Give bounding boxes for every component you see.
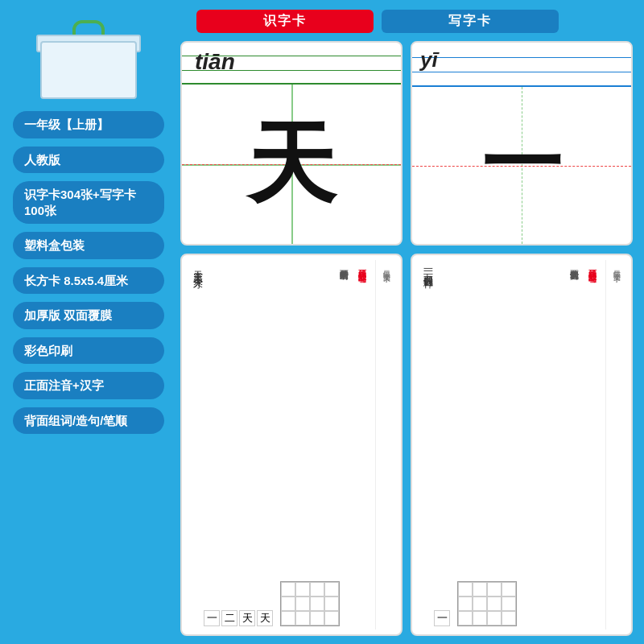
label-back: 背面组词/造句/笔顺 [13, 407, 164, 435]
label-shizi: 识字卡 [196, 10, 374, 33]
label-xiezi: 写字卡 [382, 10, 559, 33]
product-image [24, 14, 153, 103]
label-packaging: 塑料盒包装 [13, 232, 164, 259]
back-right-words: 一 一万 告诉我们 一样 [420, 263, 436, 575]
back-right-right-col: 二年级 语文 一字卡 [605, 260, 628, 630]
writing-card-top: yī 一 [412, 43, 631, 244]
back-right-col-text: 二年级 语文 一字卡 [612, 265, 622, 269]
back-left-right-col: 二年级 语文 天字卡 [375, 260, 398, 630]
top-labels-row: 识字卡 写字卡 [180, 10, 633, 33]
recognition-char-area: 天 [182, 85, 401, 244]
back-left-words: 天空 天天 今天 天才 [190, 263, 205, 575]
stroke-4: 天 [257, 610, 273, 626]
label-grade: 一年级【上册】 [13, 111, 164, 138]
main-content: 识字卡 写字卡 tiān 天 yī [177, 0, 644, 644]
label-color: 彩色印刷 [13, 337, 164, 365]
stroke-1: 一 [204, 610, 220, 626]
writing-char-area: 一 [412, 87, 631, 244]
writing-grid [280, 581, 340, 626]
box-body-icon [40, 41, 137, 99]
recognition-card-top: tiān 天 [182, 43, 401, 244]
label-edition: 人教版 [13, 147, 164, 174]
writing-card: yī 一 [411, 41, 633, 246]
recognition-character: 天 [247, 120, 336, 208]
top-cards-row: tiān 天 yī 一 [180, 41, 633, 246]
back-writing-card: 一 一万 告诉我们 一样 老师告诉我们要认真 画线 描红 临写 笔顺 一 [411, 254, 633, 636]
label-size: 长方卡 8.5x5.4厘米 [13, 267, 164, 295]
back-left-col-text: 二年级 语文 天字卡 [382, 265, 392, 269]
label-front: 正面注音+汉字 [13, 372, 164, 399]
writing-pinyin: yī [420, 47, 438, 72]
pinyin-guide-lines: tiān [182, 43, 401, 85]
label-count: 识字卡304张+写字卡100张 [13, 181, 164, 224]
back-left-sentence: 而后初晴的天空外明朗 [210, 263, 351, 575]
back-right-sentence: 老师告诉我们要认真 [440, 263, 581, 575]
writing-character: 一 [481, 111, 562, 220]
back-cards-row: 天空 天天 今天 天才 而后初晴的天空外明朗 画线 描红 临写 笔顺 一 二 天 [180, 254, 633, 636]
back-stroke-yi: 一 [434, 610, 450, 626]
sidebar: 一年级【上册】 人教版 识字卡304张+写字卡100张 塑料盒包装 长方卡 8.… [0, 0, 177, 644]
back-recognition-card: 天空 天天 今天 天才 而后初晴的天空外明朗 画线 描红 临写 笔顺 一 二 天 [180, 254, 402, 636]
recognition-card: tiān 天 [180, 41, 402, 246]
stroke-3: 天 [239, 610, 255, 626]
recognition-pinyin: tiān [195, 49, 235, 75]
label-thickness: 加厚版 双面覆膜 [13, 302, 164, 329]
stroke-2: 二 [221, 610, 237, 626]
writing-grid-right [457, 581, 517, 626]
